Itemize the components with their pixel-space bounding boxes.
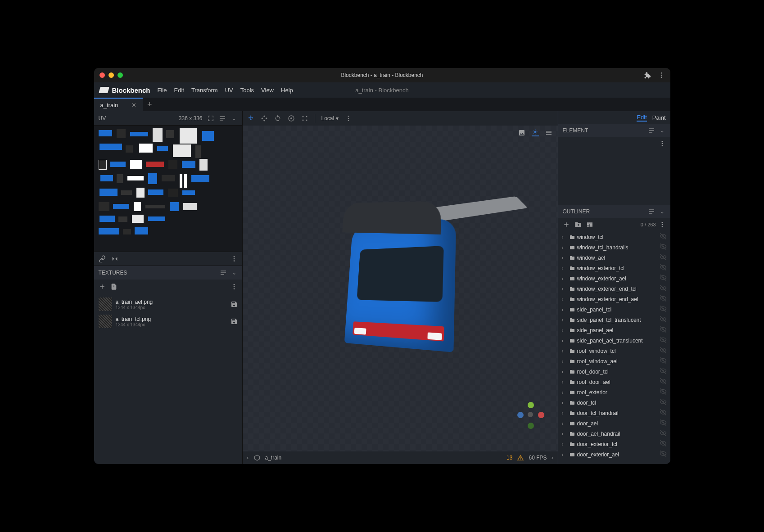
chevron-right-icon[interactable]: › — [562, 317, 567, 323]
visibility-icon[interactable] — [660, 398, 667, 407]
tree-item[interactable]: ›window_tcl_handrails — [558, 242, 670, 252]
tab-edit[interactable]: Edit — [637, 114, 646, 122]
chevron-right-icon[interactable]: › — [562, 327, 567, 334]
tree-item[interactable]: ›window_exterior_ael — [558, 273, 670, 284]
menu-edit[interactable]: Edit — [174, 87, 184, 94]
chevron-down-icon[interactable]: ⌄ — [231, 269, 238, 276]
menu-help[interactable]: Help — [281, 87, 293, 94]
tree-item[interactable]: ›side_panel_ael — [558, 325, 670, 335]
visibility-icon[interactable] — [660, 305, 667, 314]
link-icon[interactable] — [99, 255, 106, 262]
visibility-icon[interactable] — [660, 243, 667, 252]
screenshot-icon[interactable] — [518, 129, 525, 136]
vertex-tool-icon[interactable] — [301, 115, 308, 122]
chevron-right-icon[interactable]: › — [562, 358, 567, 365]
chevron-right-icon[interactable]: › — [562, 369, 567, 375]
tab-a-train[interactable]: a_train ✕ — [94, 98, 143, 111]
viewport-3d[interactable] — [243, 126, 558, 451]
menu-transform[interactable]: Transform — [191, 87, 218, 94]
chevron-right-icon[interactable]: › — [562, 275, 567, 282]
chevron-right-icon[interactable]: › — [562, 234, 567, 240]
tree-item[interactable]: ›window_tcl — [558, 232, 670, 242]
mirror-icon[interactable] — [111, 255, 118, 262]
chevron-right-icon[interactable]: › — [562, 338, 567, 344]
save-icon[interactable] — [231, 318, 238, 325]
chevron-right-icon[interactable]: › — [562, 441, 567, 447]
tree-item[interactable]: ›window_ael — [558, 252, 670, 263]
visibility-icon[interactable] — [660, 316, 667, 324]
visibility-icon[interactable] — [660, 233, 667, 241]
save-icon[interactable] — [231, 301, 238, 308]
resize-tool-icon[interactable] — [261, 115, 268, 122]
uv-canvas[interactable] — [94, 126, 242, 252]
visibility-icon[interactable] — [660, 336, 667, 345]
tree-item[interactable]: ›window_exterior_end_ael — [558, 294, 670, 304]
tree-item[interactable]: ›window_exterior_tcl — [558, 263, 670, 273]
texture-item[interactable]: a_train_tcl.png 1344 x 1344px — [94, 313, 242, 330]
chevron-down-icon[interactable]: ⌄ — [231, 115, 238, 122]
more-icon[interactable] — [345, 115, 352, 122]
close-window-button[interactable] — [99, 72, 105, 78]
tree-item[interactable]: ›door_tcl — [558, 397, 670, 408]
add-texture-icon[interactable] — [99, 283, 106, 290]
more-icon[interactable] — [659, 140, 666, 147]
chevron-right-icon[interactable]: › — [562, 286, 567, 292]
shading-icon[interactable] — [532, 129, 539, 136]
toggle-icon[interactable] — [586, 221, 593, 228]
tree-item[interactable]: ›door_ael_handrail — [558, 428, 670, 439]
texture-item[interactable]: a_train_ael.png 1344 x 1344px — [94, 296, 242, 313]
chevron-right-icon[interactable]: › — [552, 455, 553, 461]
tree-item[interactable]: ›roof_window_tcl — [558, 346, 670, 356]
chevron-right-icon[interactable]: › — [562, 348, 567, 354]
tree-item[interactable]: ›side_panel_tcl_translucent — [558, 315, 670, 325]
visibility-icon[interactable] — [660, 419, 667, 428]
visibility-icon[interactable] — [660, 429, 667, 438]
chevron-right-icon[interactable]: › — [562, 431, 567, 437]
more-icon[interactable] — [231, 255, 238, 262]
chevron-right-icon[interactable]: › — [562, 389, 567, 396]
extension-icon[interactable] — [643, 72, 651, 79]
move-tool-icon[interactable] — [247, 115, 254, 122]
rotate-tool-icon[interactable] — [274, 115, 281, 122]
chevron-right-icon[interactable]: › — [562, 451, 567, 458]
chevron-right-icon[interactable]: › — [562, 410, 567, 416]
import-texture-icon[interactable] — [110, 283, 118, 290]
chevron-right-icon[interactable]: › — [562, 296, 567, 302]
warning-count[interactable]: 13 — [506, 455, 512, 461]
visibility-icon[interactable] — [660, 367, 667, 376]
visibility-icon[interactable] — [660, 284, 667, 293]
pivot-tool-icon[interactable] — [288, 115, 295, 122]
options-icon[interactable] — [219, 115, 226, 122]
tree-item[interactable]: ›roof_door_tcl — [558, 366, 670, 377]
tree-item[interactable]: ›side_panel_ael_translucent — [558, 335, 670, 346]
visibility-icon[interactable] — [660, 253, 667, 262]
visibility-icon[interactable] — [660, 409, 667, 417]
new-tab-button[interactable]: + — [143, 98, 156, 111]
chevron-right-icon[interactable]: › — [562, 307, 567, 313]
tree-item[interactable]: ›roof_exterior — [558, 387, 670, 397]
chevron-right-icon[interactable]: › — [562, 400, 567, 406]
minimize-window-button[interactable] — [108, 72, 114, 78]
add-cube-icon[interactable] — [563, 221, 570, 228]
warning-icon[interactable] — [517, 454, 524, 461]
visibility-icon[interactable] — [660, 440, 667, 448]
tab-paint[interactable]: Paint — [652, 114, 666, 121]
more-icon[interactable] — [658, 72, 665, 79]
chevron-down-icon[interactable]: ⌄ — [659, 208, 666, 215]
add-group-icon[interactable] — [574, 221, 582, 228]
close-icon[interactable]: ✕ — [131, 102, 136, 108]
visibility-icon[interactable] — [660, 378, 667, 386]
options-icon[interactable] — [648, 208, 655, 215]
chevron-right-icon[interactable]: › — [562, 255, 567, 261]
maximize-window-button[interactable] — [118, 72, 123, 78]
tree-item[interactable]: ›roof_door_ael — [558, 377, 670, 387]
visibility-icon[interactable] — [660, 264, 667, 272]
orientation-gizmo[interactable] — [517, 402, 544, 429]
more-icon[interactable] — [659, 221, 666, 228]
visibility-icon[interactable] — [660, 295, 667, 303]
more-icon[interactable] — [231, 283, 238, 290]
tree-item[interactable]: ›window_exterior_end_tcl — [558, 284, 670, 294]
tree-item[interactable]: ›side_panel_tcl — [558, 304, 670, 315]
menu-tools[interactable]: Tools — [240, 87, 254, 94]
tree-item[interactable]: ›door_tcl_handrail — [558, 408, 670, 418]
